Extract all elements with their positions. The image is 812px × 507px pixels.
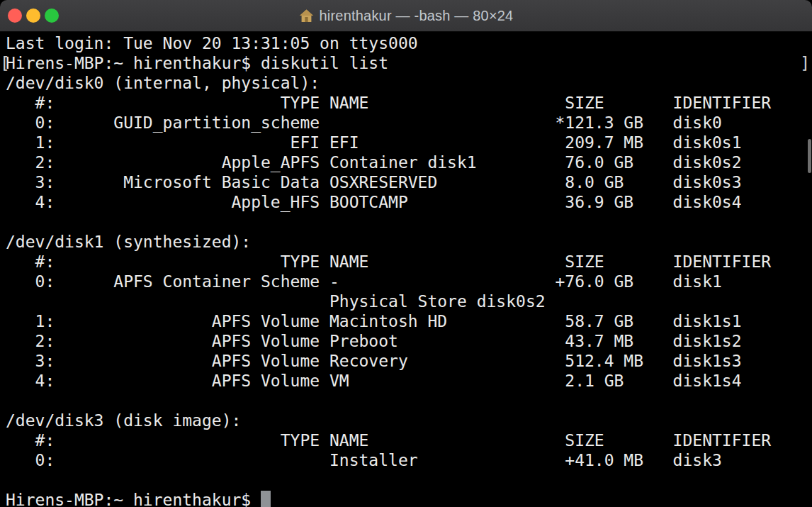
terminal-line: /dev/disk3 (disk image):: [6, 411, 812, 430]
close-button[interactable]: [8, 9, 22, 23]
terminal-line: 3: APFS Volume Recovery 512.4 MB disk1s3: [6, 351, 812, 371]
terminal-line: 4: APFS Volume VM 2.1 GB disk1s4: [6, 371, 812, 391]
text-cursor: [261, 491, 271, 507]
terminal-line: [6, 470, 812, 490]
traffic-lights: [8, 9, 59, 23]
terminal-line: 1: APFS Volume Macintosh HD 58.7 GB disk…: [6, 311, 812, 331]
minimize-button[interactable]: [26, 9, 40, 23]
terminal-line: 0: APFS Container Scheme - +76.0 GB disk…: [6, 272, 812, 291]
shell-prompt: Hirens-MBP:~ hirenthakur$: [6, 491, 261, 507]
prompt-line: Hirens-MBP:~ hirenthakur$: [6, 490, 812, 507]
terminal-line: /dev/disk1 (synthesized):: [6, 232, 812, 252]
command-mark-open: [: [0, 53, 10, 73]
terminal-line: 4: Apple_HFS BOOTCAMP 36.9 GB disk0s4: [6, 192, 812, 212]
command-mark-close: ]: [800, 53, 810, 73]
terminal-line: 2: Apple_APFS Container disk1 76.0 GB di…: [6, 152, 812, 172]
terminal-line: Last login: Tue Nov 20 13:31:05 on ttys0…: [6, 33, 812, 53]
terminal-line: 0: Installer +41.0 MB disk3: [6, 450, 812, 470]
zoom-button[interactable]: [45, 9, 59, 23]
terminal-line: Hirens-MBP:~ hirenthakur$ diskutil list: [6, 53, 812, 73]
terminal-line: #: TYPE NAME SIZE IDENTIFIER: [6, 430, 812, 450]
terminal-line: 0: GUID_partition_scheme *121.3 GB disk0: [6, 113, 812, 133]
terminal-line: [6, 391, 812, 411]
terminal-body[interactable]: Last login: Tue Nov 20 13:31:05 on ttys0…: [0, 32, 812, 507]
window-title: hirenthakur — -bash — 80×24: [320, 8, 514, 24]
scrollbar-thumb[interactable]: [808, 139, 811, 173]
terminal-line: Physical Store disk0s2: [6, 291, 812, 311]
terminal-line: #: TYPE NAME SIZE IDENTIFIER: [6, 252, 812, 272]
terminal-window: hirenthakur — -bash — 80×24 Last login: …: [0, 0, 812, 507]
home-icon: [299, 9, 314, 23]
terminal-line: 2: APFS Volume Preboot 43.7 MB disk1s2: [6, 331, 812, 351]
terminal-line: /dev/disk0 (internal, physical):: [6, 73, 812, 93]
terminal-line: [6, 212, 812, 232]
title-group: hirenthakur — -bash — 80×24: [299, 8, 514, 24]
title-bar[interactable]: hirenthakur — -bash — 80×24: [0, 0, 812, 32]
terminal-line: 1: EFI EFI 209.7 MB disk0s1: [6, 133, 812, 152]
terminal-line: 3: Microsoft Basic Data OSXRESERVED 8.0 …: [6, 172, 812, 192]
terminal-line: #: TYPE NAME SIZE IDENTIFIER: [6, 93, 812, 113]
